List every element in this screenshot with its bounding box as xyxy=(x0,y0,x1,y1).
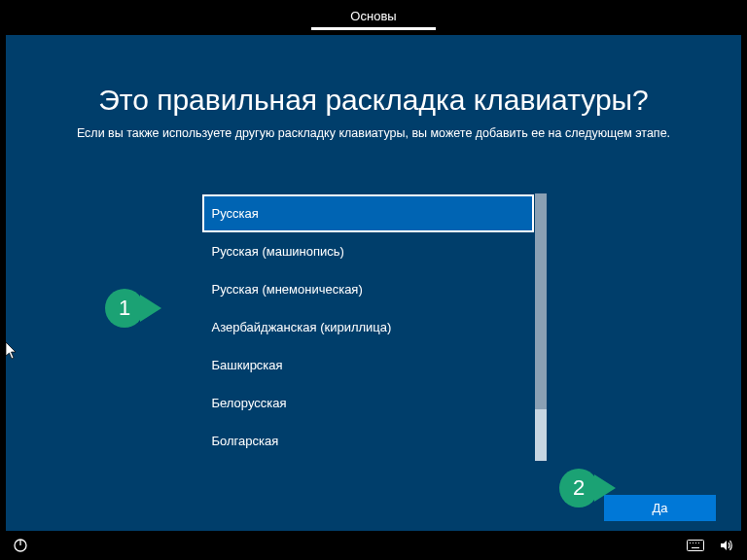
list-item[interactable]: Болгарская xyxy=(202,422,534,460)
page-title: Это правильная раскладка клавиатуры? xyxy=(98,84,649,117)
bottom-bar xyxy=(0,531,747,560)
list-item[interactable]: Русская (машинопись) xyxy=(202,232,534,270)
bottom-left xyxy=(12,537,29,554)
list-item[interactable]: Русская (мнемоническая) xyxy=(202,270,534,308)
tab-basics[interactable]: Основы xyxy=(321,3,425,29)
scrollbar[interactable] xyxy=(535,193,547,461)
volume-icon[interactable] xyxy=(718,537,735,554)
list-items: Русская Русская (машинопись) Русская (мн… xyxy=(201,193,535,461)
tab-label: Основы xyxy=(350,9,396,23)
keyboard-icon[interactable] xyxy=(687,537,704,554)
scroll-thumb[interactable] xyxy=(535,193,547,409)
callout-2: 2 xyxy=(559,469,598,508)
list-item[interactable]: Белорусская xyxy=(202,384,534,422)
svg-rect-2 xyxy=(688,541,704,551)
page-subtitle: Если вы также используете другую расклад… xyxy=(77,126,670,140)
list-item[interactable]: Русская xyxy=(202,194,534,232)
bottom-right xyxy=(687,537,735,554)
power-icon[interactable] xyxy=(12,537,29,554)
tab-underline xyxy=(311,27,435,30)
callout-1: 1 xyxy=(105,289,144,328)
top-bar: Основы xyxy=(0,0,747,29)
list-item[interactable]: Азербайджанская (кириллица) xyxy=(202,308,534,346)
yes-button[interactable]: Да xyxy=(604,495,716,521)
list-item[interactable]: Башкирская xyxy=(202,346,534,384)
keyboard-layout-list: Русская Русская (машинопись) Русская (мн… xyxy=(201,193,547,461)
